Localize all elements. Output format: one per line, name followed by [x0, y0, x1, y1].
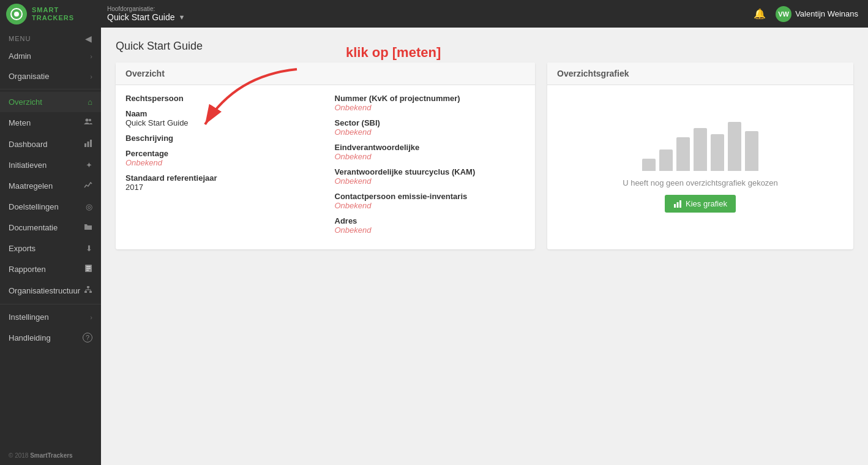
info-naam: Naam Quick Start Guide	[125, 109, 316, 127]
doelstellingen-label: Doelstellingen	[9, 202, 59, 211]
overview-card-body: Rechtspersoon Naam Quick Start Guide Bes…	[116, 85, 535, 249]
svg-rect-21	[679, 200, 681, 208]
info-nummer: Nummer (KvK of projectnummer) Onbekend	[335, 94, 526, 112]
svg-point-1	[14, 12, 19, 17]
chart-icon	[84, 139, 92, 149]
sidebar-item-organisatiestructuur[interactable]: Organisatiestructuur	[0, 280, 101, 301]
avatar: VW	[776, 6, 791, 22]
sidebar-item-instellingen[interactable]: Instellingen ›	[0, 307, 101, 327]
organisatiestructuur-label: Organisatiestructuur	[9, 286, 80, 295]
meten-label: Meten	[9, 118, 31, 127]
documentatie-label: Documentatie	[9, 223, 58, 232]
user-menu[interactable]: VW Valentijn Weinans	[776, 6, 858, 22]
dashboard-label: Dashboard	[9, 140, 48, 149]
kies-grafiek-button[interactable]: Kies grafiek	[665, 195, 736, 213]
user-name: Valentijn Weinans	[795, 9, 858, 18]
svg-point-3	[89, 119, 91, 121]
svg-rect-11	[87, 286, 89, 288]
svg-rect-12	[84, 291, 87, 293]
chart-placeholder: U heeft nog geen overzichtsgrafiek gekoz…	[547, 85, 853, 249]
org-info: Hoofdorganisatie: Quick Start Guide ▼	[101, 6, 754, 22]
sidebar-item-admin[interactable]: Admin ›	[0, 46, 101, 66]
sidebar-item-dashboard[interactable]: Dashboard	[0, 134, 101, 155]
info-sector: Sector (SBI) Onbekend	[335, 118, 526, 137]
info-grid: Rechtspersoon Naam Quick Start Guide Bes…	[125, 94, 525, 241]
info-adres: Adres Onbekend	[335, 216, 526, 235]
sidebar-item-exports[interactable]: Exports ⬇	[0, 238, 101, 259]
instellingen-label: Instellingen	[9, 312, 49, 322]
chart-card-header: Overzichtsgrafiek	[547, 62, 853, 85]
sidebar-item-initiatieven[interactable]: Initiatieven ✦	[0, 155, 101, 175]
rapporten-label: Rapporten	[9, 265, 46, 274]
bar-3	[676, 137, 690, 171]
folder-icon	[84, 222, 92, 233]
logo-area: SMART TRACKERS	[0, 4, 101, 25]
admin-label: Admin	[9, 51, 31, 61]
sidebar-item-handleiding[interactable]: Handleiding ?	[0, 327, 101, 348]
org-name-dropdown[interactable]: Quick Start Guide ▼	[107, 12, 754, 22]
sidebar-item-overzicht[interactable]: Overzicht ⌂	[0, 92, 101, 112]
page-title: Quick Start Guide	[116, 40, 853, 53]
overview-card: Overzicht Rechtspersoon Naam Quick Start…	[116, 62, 535, 249]
sidebar-item-doelstellingen[interactable]: Doelstellingen ◎	[0, 197, 101, 217]
target-icon: ◎	[86, 202, 92, 211]
download-icon: ⬇	[86, 244, 92, 253]
logo-icon	[6, 4, 27, 25]
users-icon	[84, 118, 92, 128]
help-icon: ?	[83, 333, 92, 342]
exports-label: Exports	[9, 244, 36, 253]
svg-rect-4	[84, 143, 86, 147]
line-chart-icon	[84, 181, 92, 191]
home-icon: ⌂	[88, 97, 92, 107]
organisatie-label: Organisatie	[9, 72, 49, 81]
chevron-right-icon: ›	[90, 314, 92, 321]
info-left: Rechtspersoon Naam Quick Start Guide Bes…	[125, 94, 316, 241]
svg-rect-19	[674, 204, 676, 208]
sidebar-item-organisatie[interactable]: Organisatie ›	[0, 66, 101, 86]
svg-rect-5	[88, 142, 89, 147]
info-percentage: Percentage Onbekend	[125, 149, 316, 167]
sidebar-item-rapporten[interactable]: Rapporten	[0, 259, 101, 280]
sidebar-item-meten[interactable]: Meten	[0, 112, 101, 134]
divider	[0, 89, 101, 89]
sidebar-collapse-button[interactable]: ◀	[85, 34, 92, 43]
divider2	[0, 304, 101, 304]
bar-1	[642, 159, 656, 171]
chart-no-data-text: U heeft nog geen overzichtsgrafiek gekoz…	[623, 178, 778, 187]
handleiding-label: Handleiding	[9, 333, 51, 342]
maatregelen-label: Maatregelen	[9, 181, 53, 191]
sidebar: MENU ◀ Admin › Organisatie › Overzicht ⌂…	[0, 28, 101, 465]
svg-point-2	[86, 119, 89, 122]
chevron-right-icon: ›	[90, 53, 92, 60]
topbar-right: 🔔 VW Valentijn Weinans	[754, 6, 868, 22]
sidebar-item-maatregelen[interactable]: Maatregelen	[0, 175, 101, 197]
info-eindverantwoordelijke: Eindverantwoordelijke Onbekend	[335, 143, 526, 161]
chart-bars	[642, 122, 758, 171]
bar-2	[659, 149, 673, 171]
logo-text: SMART TRACKERS	[32, 6, 74, 21]
info-rechtspersoon: Rechtspersoon	[125, 94, 316, 103]
topbar: SMART TRACKERS Hoofdorganisatie: Quick S…	[0, 0, 868, 28]
star-icon: ✦	[86, 161, 92, 170]
bar-7	[745, 131, 758, 171]
overzicht-label: Overzicht	[9, 97, 42, 107]
main-content: klik op [meten] Quick Start Guide Overzi…	[101, 28, 868, 465]
notification-bell-icon[interactable]: 🔔	[754, 8, 766, 20]
sidebar-footer: © 2018 SmartTrackers	[0, 446, 101, 465]
chart-card: Overzichtsgrafiek U heeft nog geen overz…	[547, 62, 853, 249]
svg-rect-6	[90, 140, 92, 147]
chevron-down-icon: ▼	[179, 13, 185, 21]
bar-6	[728, 122, 741, 171]
chevron-right-icon: ›	[90, 73, 92, 80]
initiatieven-label: Initiatieven	[9, 161, 47, 170]
info-right: Nummer (KvK of projectnummer) Onbekend S…	[335, 94, 526, 241]
info-referentiejaar: Standaard referentiejaar 2017	[125, 173, 316, 192]
svg-rect-20	[677, 202, 679, 208]
overview-card-header: Overzicht	[116, 62, 535, 85]
org-label: Hoofdorganisatie:	[107, 6, 754, 12]
info-beschrijving: Beschrijving	[125, 134, 316, 143]
sidebar-item-documentatie[interactable]: Documentatie	[0, 217, 101, 238]
cards-row: Overzicht Rechtspersoon Naam Quick Start…	[116, 62, 853, 249]
info-stuurcyclus: Verantwoordelijke stuurcyclus (KAM) Onbe…	[335, 167, 526, 186]
chart-btn-icon	[673, 200, 682, 208]
